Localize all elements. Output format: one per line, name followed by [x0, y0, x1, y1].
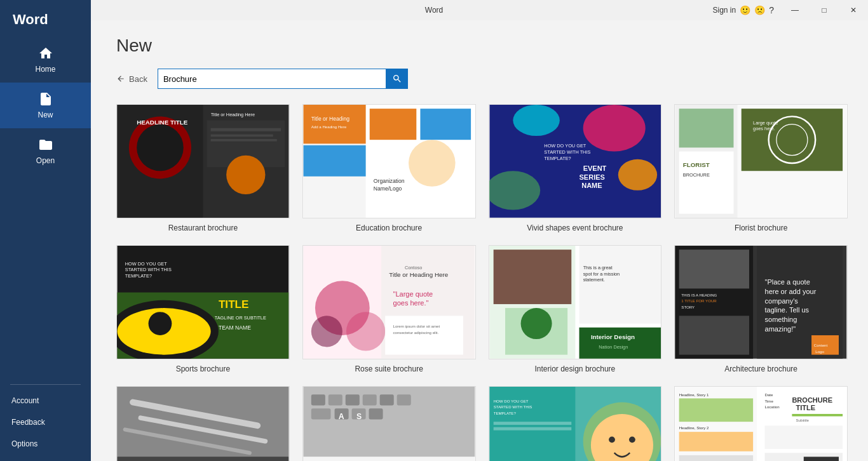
- content-area[interactable]: New Back HEADLINE T: [91, 20, 868, 461]
- sidebar-label-home: Home: [35, 65, 55, 74]
- svg-rect-112: [345, 394, 359, 405]
- template-card-tools[interactable]: ABOUT US CONTACT US Tools brochure: [116, 386, 290, 461]
- sad-face-icon[interactable]: 🙁: [754, 5, 765, 15]
- window-controls: — □ ✕: [780, 0, 868, 20]
- template-card-baby[interactable]: HOW DO YOU GET STARTED WITH THIS TEMPLAT…: [489, 386, 662, 461]
- template-card-architecture[interactable]: THIS IS A HEADING 1 TITLE FOR YOUR STORY…: [674, 245, 848, 373]
- svg-rect-154: [804, 457, 839, 461]
- template-label-architecture: Architecture brochure: [724, 364, 797, 373]
- svg-rect-10: [211, 135, 273, 137]
- svg-text:Nation Design: Nation Design: [599, 344, 628, 350]
- svg-point-61: [346, 312, 385, 351]
- sidebar-divider: [10, 384, 81, 385]
- svg-text:here or add your: here or add your: [765, 288, 817, 295]
- sidebar-item-home[interactable]: Home: [0, 37, 91, 83]
- svg-text:Headline, Story 2: Headline, Story 2: [679, 425, 709, 430]
- sidebar-item-feedback[interactable]: Feedback: [0, 411, 91, 433]
- svg-text:TEMPLATE?: TEMPLATE?: [125, 273, 152, 279]
- help-icon[interactable]: ?: [769, 5, 774, 15]
- template-grid: HEADLINE TITLE Title or Heading Here Res…: [116, 104, 858, 461]
- template-card-news[interactable]: Headline, Story 1 Headline, Story 2 Date…: [674, 386, 848, 461]
- close-button[interactable]: ✕: [839, 0, 868, 20]
- svg-point-62: [311, 316, 342, 347]
- template-card-keyboard[interactable]: A S COMPANY NAME BROCHURE Technology bro…: [302, 386, 476, 461]
- home-icon: [38, 46, 53, 61]
- template-label-rose: Rose suite brochure: [355, 364, 423, 373]
- minimize-button[interactable]: —: [780, 0, 810, 20]
- svg-point-27: [618, 159, 656, 190]
- sign-in-area: Sign in 🙂 🙁 ?: [708, 0, 780, 20]
- sign-in-button[interactable]: Sign in: [713, 6, 736, 15]
- svg-text:"Place a quote: "Place a quote: [765, 278, 810, 286]
- svg-rect-152: [765, 425, 843, 449]
- sidebar-item-new[interactable]: New: [0, 83, 91, 128]
- template-card-interior[interactable]: This is a great spot for a mission state…: [489, 245, 662, 373]
- svg-text:Name/Logo: Name/Logo: [374, 185, 402, 192]
- template-thumb-architecture: THIS IS A HEADING 1 TITLE FOR YOUR STORY…: [674, 245, 848, 359]
- svg-text:Logo: Logo: [815, 349, 824, 354]
- template-label-vivid: Vivid shapes event brochure: [527, 224, 623, 232]
- svg-text:Organization: Organization: [374, 178, 405, 184]
- sidebar: Word Home New Open Account Feedback Opti…: [0, 0, 91, 461]
- svg-rect-113: [362, 394, 376, 405]
- svg-rect-119: [369, 408, 383, 419]
- svg-text:tagline. Tell us: tagline. Tell us: [765, 306, 810, 314]
- svg-rect-131: [493, 422, 571, 425]
- svg-text:THIS IS A HEADING: THIS IS A HEADING: [682, 292, 717, 297]
- svg-text:S: S: [356, 412, 362, 421]
- svg-rect-132: [493, 427, 571, 430]
- search-input[interactable]: [158, 69, 386, 89]
- search-button[interactable]: [386, 69, 408, 89]
- svg-text:SERIES: SERIES: [579, 173, 604, 181]
- svg-text:Time: Time: [765, 398, 774, 403]
- sidebar-label-open: Open: [36, 156, 55, 165]
- template-card-vivid[interactable]: HOW DO YOU GET STARTED WITH THIS TEMPLAT…: [489, 104, 662, 232]
- svg-rect-122: [303, 457, 475, 461]
- search-bar: Back: [116, 69, 858, 89]
- template-card-restaurant[interactable]: HEADLINE TITLE Title or Heading Here Res…: [116, 104, 290, 232]
- sidebar-item-open[interactable]: Open: [0, 128, 91, 174]
- template-thumb-tools: ABOUT US CONTACT US: [116, 386, 290, 461]
- sidebar-item-account[interactable]: Account: [0, 390, 91, 411]
- svg-text:Date: Date: [765, 392, 774, 396]
- template-card-florist[interactable]: Large quote goes here. FLORIST BROCHURE …: [674, 104, 848, 232]
- template-card-rose[interactable]: Title or Heading Here "Large quote goes …: [302, 245, 476, 373]
- happy-face-icon[interactable]: 🙂: [740, 5, 750, 15]
- svg-point-74: [520, 308, 552, 339]
- svg-rect-110: [311, 394, 325, 405]
- svg-text:TEMPLATE?: TEMPLATE?: [493, 411, 516, 415]
- svg-text:STARTED WITH THIS: STARTED WITH THIS: [125, 267, 172, 272]
- svg-text:STARTED WITH THIS: STARTED WITH THIS: [544, 149, 590, 155]
- svg-point-25: [583, 105, 645, 152]
- svg-point-135: [609, 436, 615, 443]
- maximize-button[interactable]: □: [810, 0, 839, 20]
- back-button[interactable]: Back: [116, 74, 147, 84]
- svg-text:Lorem ipsum dolor sit amet: Lorem ipsum dolor sit amet: [393, 323, 440, 328]
- sidebar-item-options[interactable]: Options: [0, 433, 91, 455]
- svg-text:TEMPLATE?: TEMPLATE?: [544, 156, 571, 161]
- svg-text:Interior Design: Interior Design: [590, 333, 634, 340]
- svg-text:TAGLINE OR SUBTITLE: TAGLINE OR SUBTITLE: [215, 315, 266, 321]
- new-document-icon: [38, 91, 53, 107]
- svg-text:something: something: [765, 316, 797, 323]
- svg-rect-104: [118, 457, 289, 461]
- template-thumb-vivid: HOW DO YOU GET STARTED WITH THIS TEMPLAT…: [489, 104, 662, 218]
- back-arrow-icon: [116, 74, 125, 83]
- svg-rect-79: [579, 327, 661, 358]
- svg-text:A: A: [338, 412, 344, 421]
- svg-text:1 TITLE FOR YOUR: 1 TITLE FOR YOUR: [682, 298, 717, 303]
- template-thumb-baby: HOW DO YOU GET STARTED WITH THIS TEMPLAT…: [489, 386, 662, 461]
- template-card-sports[interactable]: HOW DO YOU GET STARTED WITH THIS TEMPLAT…: [116, 245, 290, 373]
- sidebar-bottom: Account Feedback Options: [0, 390, 91, 461]
- svg-rect-114: [379, 394, 393, 405]
- back-label: Back: [129, 74, 147, 84]
- template-thumb-interior: This is a great spot for a mission state…: [489, 245, 662, 359]
- svg-text:Title or Heading Here: Title or Heading Here: [389, 271, 448, 278]
- main-content: New Back HEADLINE T: [91, 20, 868, 461]
- svg-text:BROCHURE: BROCHURE: [792, 396, 833, 403]
- svg-text:This is a great: This is a great: [583, 265, 612, 271]
- template-card-education[interactable]: Organization Name/Logo Title or Heading …: [302, 104, 476, 232]
- template-thumb-education: Organization Name/Logo Title or Heading …: [302, 104, 476, 218]
- svg-text:statement.: statement.: [583, 277, 604, 283]
- template-thumb-sports: HOW DO YOU GET STARTED WITH THIS TEMPLAT…: [116, 245, 290, 359]
